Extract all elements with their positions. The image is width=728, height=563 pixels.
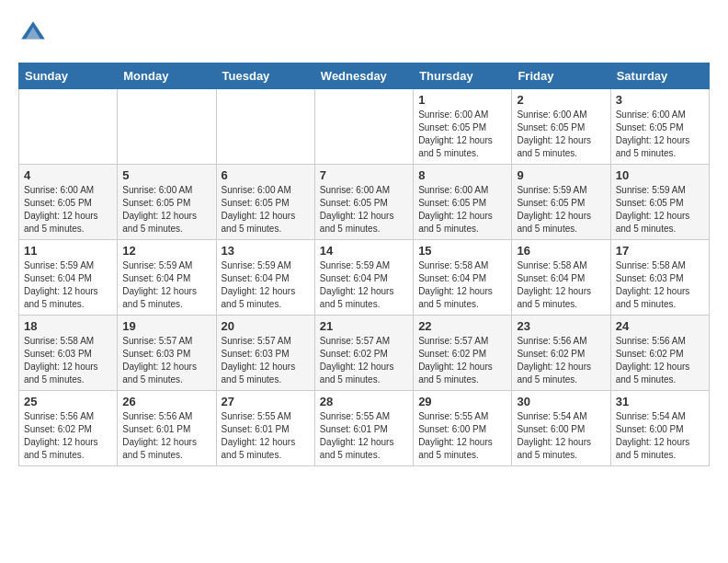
day-number: 11 bbox=[24, 244, 112, 258]
calendar-cell: 26Sunrise: 5:56 AM Sunset: 6:01 PM Dayli… bbox=[118, 391, 216, 466]
day-info: Sunrise: 6:00 AM Sunset: 6:05 PM Dayligh… bbox=[418, 109, 506, 160]
day-number: 22 bbox=[418, 319, 506, 333]
day-number: 1 bbox=[418, 93, 506, 107]
day-number: 31 bbox=[616, 395, 704, 408]
day-info: Sunrise: 5:56 AM Sunset: 6:02 PM Dayligh… bbox=[24, 410, 112, 462]
day-number: 5 bbox=[122, 168, 210, 182]
calendar-cell bbox=[19, 89, 118, 165]
day-number: 9 bbox=[517, 168, 605, 182]
day-info: Sunrise: 5:55 AM Sunset: 6:01 PM Dayligh… bbox=[222, 410, 310, 462]
day-info: Sunrise: 5:57 AM Sunset: 6:02 PM Dayligh… bbox=[418, 335, 506, 386]
calendar-cell: 6Sunrise: 6:00 AM Sunset: 6:05 PM Daylig… bbox=[216, 165, 314, 240]
calendar-week-2: 4Sunrise: 6:00 AM Sunset: 6:05 PM Daylig… bbox=[19, 165, 710, 240]
weekday-header-tuesday: Tuesday bbox=[216, 63, 314, 89]
calendar-week-4: 18Sunrise: 5:58 AM Sunset: 6:03 PM Dayli… bbox=[19, 316, 710, 391]
calendar-cell: 4Sunrise: 6:00 AM Sunset: 6:05 PM Daylig… bbox=[19, 165, 118, 240]
day-number: 7 bbox=[320, 168, 408, 182]
day-info: Sunrise: 5:59 AM Sunset: 6:04 PM Dayligh… bbox=[222, 259, 310, 311]
calendar-cell: 11Sunrise: 5:59 AM Sunset: 6:04 PM Dayli… bbox=[19, 240, 118, 316]
day-info: Sunrise: 6:00 AM Sunset: 6:05 PM Dayligh… bbox=[222, 184, 310, 236]
day-info: Sunrise: 5:56 AM Sunset: 6:02 PM Dayligh… bbox=[517, 335, 605, 386]
day-number: 12 bbox=[122, 244, 210, 258]
day-info: Sunrise: 5:58 AM Sunset: 6:04 PM Dayligh… bbox=[418, 259, 506, 311]
calendar-cell: 28Sunrise: 5:55 AM Sunset: 6:01 PM Dayli… bbox=[314, 391, 413, 466]
day-number: 23 bbox=[517, 319, 605, 333]
day-number: 28 bbox=[320, 395, 408, 408]
day-info: Sunrise: 5:58 AM Sunset: 6:03 PM Dayligh… bbox=[24, 335, 112, 386]
day-number: 8 bbox=[418, 168, 506, 182]
day-info: Sunrise: 5:59 AM Sunset: 6:04 PM Dayligh… bbox=[122, 259, 210, 311]
calendar-cell: 19Sunrise: 5:57 AM Sunset: 6:03 PM Dayli… bbox=[118, 316, 216, 391]
day-info: Sunrise: 5:56 AM Sunset: 6:01 PM Dayligh… bbox=[122, 410, 210, 462]
weekday-header-saturday: Saturday bbox=[610, 63, 709, 89]
calendar-cell: 10Sunrise: 5:59 AM Sunset: 6:05 PM Dayli… bbox=[610, 165, 709, 240]
day-number: 4 bbox=[24, 168, 112, 182]
day-info: Sunrise: 6:00 AM Sunset: 6:05 PM Dayligh… bbox=[616, 109, 704, 160]
calendar-cell: 1Sunrise: 6:00 AM Sunset: 6:05 PM Daylig… bbox=[414, 89, 512, 165]
calendar-cell: 31Sunrise: 5:54 AM Sunset: 6:00 PM Dayli… bbox=[610, 391, 709, 466]
day-info: Sunrise: 6:00 AM Sunset: 6:05 PM Dayligh… bbox=[418, 184, 506, 236]
calendar-cell: 29Sunrise: 5:55 AM Sunset: 6:00 PM Dayli… bbox=[414, 391, 512, 466]
calendar-cell: 14Sunrise: 5:59 AM Sunset: 6:04 PM Dayli… bbox=[314, 240, 413, 316]
calendar-cell: 21Sunrise: 5:57 AM Sunset: 6:02 PM Dayli… bbox=[314, 316, 413, 391]
weekday-header-thursday: Thursday bbox=[414, 63, 512, 89]
day-number: 14 bbox=[320, 244, 408, 258]
day-number: 20 bbox=[222, 319, 310, 333]
day-info: Sunrise: 6:00 AM Sunset: 6:05 PM Dayligh… bbox=[517, 109, 605, 160]
calendar-cell: 13Sunrise: 5:59 AM Sunset: 6:04 PM Dayli… bbox=[216, 240, 314, 316]
logo-icon bbox=[18, 18, 48, 48]
day-info: Sunrise: 6:00 AM Sunset: 6:05 PM Dayligh… bbox=[320, 184, 408, 236]
day-number: 10 bbox=[616, 168, 704, 182]
calendar-cell: 17Sunrise: 5:58 AM Sunset: 6:03 PM Dayli… bbox=[610, 240, 709, 316]
calendar-cell: 30Sunrise: 5:54 AM Sunset: 6:00 PM Dayli… bbox=[512, 391, 610, 466]
weekday-header-friday: Friday bbox=[512, 63, 610, 89]
calendar-table: SundayMondayTuesdayWednesdayThursdayFrid… bbox=[18, 63, 710, 466]
calendar-cell bbox=[314, 89, 413, 165]
day-info: Sunrise: 5:58 AM Sunset: 6:04 PM Dayligh… bbox=[517, 259, 605, 311]
day-number: 6 bbox=[222, 168, 310, 182]
logo bbox=[18, 18, 51, 48]
calendar-cell: 24Sunrise: 5:56 AM Sunset: 6:02 PM Dayli… bbox=[610, 316, 709, 391]
calendar-cell: 27Sunrise: 5:55 AM Sunset: 6:01 PM Dayli… bbox=[216, 391, 314, 466]
calendar-cell: 18Sunrise: 5:58 AM Sunset: 6:03 PM Dayli… bbox=[19, 316, 118, 391]
calendar-cell: 23Sunrise: 5:56 AM Sunset: 6:02 PM Dayli… bbox=[512, 316, 610, 391]
day-info: Sunrise: 5:59 AM Sunset: 6:04 PM Dayligh… bbox=[320, 259, 408, 311]
calendar-cell: 22Sunrise: 5:57 AM Sunset: 6:02 PM Dayli… bbox=[414, 316, 512, 391]
weekday-header-row: SundayMondayTuesdayWednesdayThursdayFrid… bbox=[19, 63, 710, 89]
day-info: Sunrise: 5:55 AM Sunset: 6:00 PM Dayligh… bbox=[418, 410, 506, 462]
calendar-week-3: 11Sunrise: 5:59 AM Sunset: 6:04 PM Dayli… bbox=[19, 240, 710, 316]
day-number: 2 bbox=[517, 93, 605, 107]
calendar-cell: 20Sunrise: 5:57 AM Sunset: 6:03 PM Dayli… bbox=[216, 316, 314, 391]
day-number: 13 bbox=[222, 244, 310, 258]
weekday-header-wednesday: Wednesday bbox=[314, 63, 413, 89]
day-info: Sunrise: 5:59 AM Sunset: 6:05 PM Dayligh… bbox=[616, 184, 704, 236]
day-number: 15 bbox=[418, 244, 506, 258]
day-info: Sunrise: 5:57 AM Sunset: 6:02 PM Dayligh… bbox=[320, 335, 408, 386]
day-number: 18 bbox=[24, 319, 112, 333]
calendar-week-1: 1Sunrise: 6:00 AM Sunset: 6:05 PM Daylig… bbox=[19, 89, 710, 165]
calendar-cell bbox=[118, 89, 216, 165]
calendar-week-5: 25Sunrise: 5:56 AM Sunset: 6:02 PM Dayli… bbox=[19, 391, 710, 466]
calendar-cell: 3Sunrise: 6:00 AM Sunset: 6:05 PM Daylig… bbox=[610, 89, 709, 165]
day-info: Sunrise: 5:59 AM Sunset: 6:05 PM Dayligh… bbox=[517, 184, 605, 236]
day-info: Sunrise: 5:54 AM Sunset: 6:00 PM Dayligh… bbox=[517, 410, 605, 462]
day-number: 26 bbox=[122, 395, 210, 408]
day-info: Sunrise: 5:57 AM Sunset: 6:03 PM Dayligh… bbox=[222, 335, 310, 386]
calendar-cell: 12Sunrise: 5:59 AM Sunset: 6:04 PM Dayli… bbox=[118, 240, 216, 316]
day-number: 25 bbox=[24, 395, 112, 408]
day-info: Sunrise: 5:55 AM Sunset: 6:01 PM Dayligh… bbox=[320, 410, 408, 462]
day-number: 19 bbox=[122, 319, 210, 333]
day-number: 27 bbox=[222, 395, 310, 408]
calendar-cell: 25Sunrise: 5:56 AM Sunset: 6:02 PM Dayli… bbox=[19, 391, 118, 466]
day-number: 24 bbox=[616, 319, 704, 333]
day-number: 17 bbox=[616, 244, 704, 258]
calendar-cell bbox=[216, 89, 314, 165]
day-number: 29 bbox=[418, 395, 506, 408]
day-info: Sunrise: 6:00 AM Sunset: 6:05 PM Dayligh… bbox=[122, 184, 210, 236]
calendar-cell: 2Sunrise: 6:00 AM Sunset: 6:05 PM Daylig… bbox=[512, 89, 610, 165]
day-number: 3 bbox=[616, 93, 704, 107]
day-number: 21 bbox=[320, 319, 408, 333]
calendar-cell: 5Sunrise: 6:00 AM Sunset: 6:05 PM Daylig… bbox=[118, 165, 216, 240]
day-info: Sunrise: 5:58 AM Sunset: 6:03 PM Dayligh… bbox=[616, 259, 704, 311]
day-info: Sunrise: 5:54 AM Sunset: 6:00 PM Dayligh… bbox=[616, 410, 704, 462]
